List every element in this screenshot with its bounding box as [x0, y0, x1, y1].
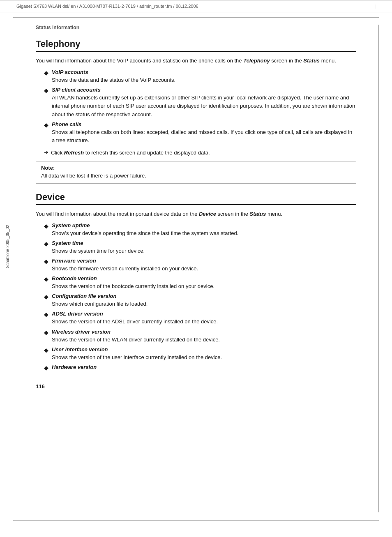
device-bullet-title-1: System time: [52, 240, 356, 246]
device-bullet-0: ◆ System uptime Show's your device's ope…: [36, 222, 356, 237]
note-label: Note:: [41, 165, 351, 171]
arrow-text-part2: to refresh this screen and update the di…: [84, 150, 210, 156]
device-diamond-8: ◆: [44, 364, 48, 371]
header-bar: Gigaset SX763 WLAN dsl/ en / A31008-M707…: [0, 0, 392, 12]
main-content: Status information Telephony You will fi…: [11, 12, 381, 406]
device-diamond-4: ◆: [44, 293, 48, 300]
telephony-bullet-desc-1: All WLAN handsets currently set up as ex…: [52, 94, 355, 117]
device-bullet-7: ◆ User interface version Shows the versi…: [36, 346, 356, 362]
telephony-bullet-content-1: SIP client accounts All WLAN handsets cu…: [52, 87, 356, 118]
telephony-arrow: ➜ Click Refresh to refresh this screen a…: [44, 149, 356, 157]
device-bullet-content-3: Bootcode version Shows the version of th…: [52, 275, 356, 290]
status-label: Status information: [36, 25, 356, 30]
device-bullet-desc-0: Show's your device's operating time sinc…: [52, 230, 238, 236]
bullet-diamond-2: ◆: [44, 122, 48, 128]
device-intro-part1: You will find information about the most…: [36, 211, 199, 217]
telephony-intro-part3: menu.: [320, 58, 336, 64]
telephony-intro-link1: Telephony: [243, 58, 270, 64]
device-bullet-title-6: Wireless driver version: [52, 329, 356, 335]
device-diamond-7: ◆: [44, 347, 48, 353]
device-diamond-2: ◆: [44, 258, 48, 265]
device-diamond-6: ◆: [44, 329, 48, 336]
telephony-arrow-text: Click Refresh to refresh this screen and…: [51, 149, 210, 157]
telephony-intro-part2: screen in the: [270, 58, 304, 64]
device-bullet-title-8: Hardware version: [52, 364, 356, 370]
telephony-section: Telephony You will find information abou…: [36, 39, 356, 184]
device-bullet-desc-6: Shows the version of the WLAN driver cur…: [52, 336, 220, 343]
right-rule: [378, 25, 379, 512]
device-bullet-content-4: Configuration file version Shows which c…: [52, 293, 356, 308]
side-label: Schablone 2005_05_02: [5, 225, 10, 268]
telephony-bullet-title-1: SIP client accounts: [52, 87, 356, 93]
bottom-rule: [13, 520, 379, 521]
telephony-bullet-title-2: Phone calls: [52, 121, 356, 127]
note-box: Note: All data will be lost if there is …: [36, 161, 356, 184]
header-text: Gigaset SX763 WLAN dsl/ en / A31008-M707…: [16, 4, 198, 9]
page-number: 116: [36, 383, 356, 389]
device-intro-part3: menu.: [266, 211, 282, 217]
device-bullet-desc-5: Shows the version of the ADSL driver cur…: [52, 318, 218, 325]
device-section: Device You will find information about t…: [36, 192, 356, 371]
telephony-intro: You will find information about the VoIP…: [36, 57, 356, 65]
device-bullet-8: ◆ Hardware version: [36, 364, 356, 371]
device-bullet-desc-1: Shows the system time for your device.: [52, 248, 145, 254]
device-bullet-1: ◆ System time Shows the system time for …: [36, 240, 356, 255]
device-bullet-title-3: Bootcode version: [52, 275, 356, 281]
telephony-intro-part1: You will find information about the VoIP…: [36, 58, 243, 64]
telephony-bullet-content-0: VoIP accounts Shows the data and the sta…: [52, 69, 356, 84]
device-bullet-desc-4: Shows which configuration file is loaded…: [52, 301, 148, 307]
device-bullet-content-8: Hardware version: [52, 364, 356, 371]
device-bullet-3: ◆ Bootcode version Shows the version of …: [36, 275, 356, 290]
device-diamond-1: ◆: [44, 240, 48, 247]
device-intro-link2: Status: [250, 211, 266, 217]
device-bullet-desc-7: Shows the version of the user interface …: [52, 354, 222, 360]
device-bullet-title-0: System uptime: [52, 222, 356, 228]
device-bullet-5: ◆ ADSL driver version Shows the version …: [36, 311, 356, 326]
telephony-bullet-content-2: Phone calls Shows all telephone calls on…: [52, 121, 356, 145]
device-bullet-4: ◆ Configuration file version Shows which…: [36, 293, 356, 308]
device-diamond-3: ◆: [44, 276, 48, 282]
telephony-bullet-desc-2: Shows all telephone calls on both lines:…: [52, 129, 352, 143]
device-bullet-title-7: User interface version: [52, 346, 356, 353]
device-diamond-0: ◆: [44, 223, 48, 229]
device-bullet-content-5: ADSL driver version Shows the version of…: [52, 311, 356, 326]
arrow-icon: ➜: [44, 149, 48, 155]
telephony-bullet-desc-0: Shows the data and the status of the VoI…: [52, 77, 175, 83]
arrow-text-part1: Click: [51, 150, 64, 156]
device-diamond-5: ◆: [44, 311, 48, 318]
header-pipe: |: [374, 4, 376, 9]
device-intro-link1: Device: [199, 211, 216, 217]
device-heading: Device: [36, 192, 356, 205]
telephony-bullet-2: ◆ Phone calls Shows all telephone calls …: [36, 121, 356, 145]
device-bullet-desc-2: Shows the firmware version currently ins…: [52, 265, 198, 272]
device-bullet-title-5: ADSL driver version: [52, 311, 356, 317]
note-text: All data will be lost if there is a powe…: [41, 173, 146, 179]
device-intro: You will find information about the most…: [36, 210, 356, 218]
device-bullet-6: ◆ Wireless driver version Shows the vers…: [36, 329, 356, 344]
device-bullet-2: ◆ Firmware version Shows the firmware ve…: [36, 258, 356, 273]
telephony-bullet-title-0: VoIP accounts: [52, 69, 356, 75]
device-bullet-content-1: System time Shows the system time for yo…: [52, 240, 356, 255]
device-bullet-title-4: Configuration file version: [52, 293, 356, 299]
telephony-bullet-1: ◆ SIP client accounts All WLAN handsets …: [36, 87, 356, 118]
bullet-diamond-1: ◆: [44, 87, 48, 94]
telephony-intro-link2: Status: [303, 58, 320, 64]
page: Gigaset SX763 WLAN dsl/ en / A31008-M707…: [0, 0, 392, 537]
device-bullet-content-0: System uptime Show's your device's opera…: [52, 222, 356, 237]
device-bullet-desc-3: Shows the version of the bootcode curren…: [52, 283, 214, 289]
top-rule: [13, 17, 379, 18]
telephony-bullet-0: ◆ VoIP accounts Shows the data and the s…: [36, 69, 356, 84]
device-bullet-content-7: User interface version Shows the version…: [52, 346, 356, 362]
device-bullet-content-6: Wireless driver version Shows the versio…: [52, 329, 356, 344]
arrow-text-link: Refresh: [64, 150, 84, 156]
device-bullet-content-2: Firmware version Shows the firmware vers…: [52, 258, 356, 273]
bullet-diamond-0: ◆: [44, 69, 48, 76]
telephony-heading: Telephony: [36, 39, 356, 52]
device-intro-part2: screen in the: [216, 211, 250, 217]
device-bullet-title-2: Firmware version: [52, 258, 356, 264]
